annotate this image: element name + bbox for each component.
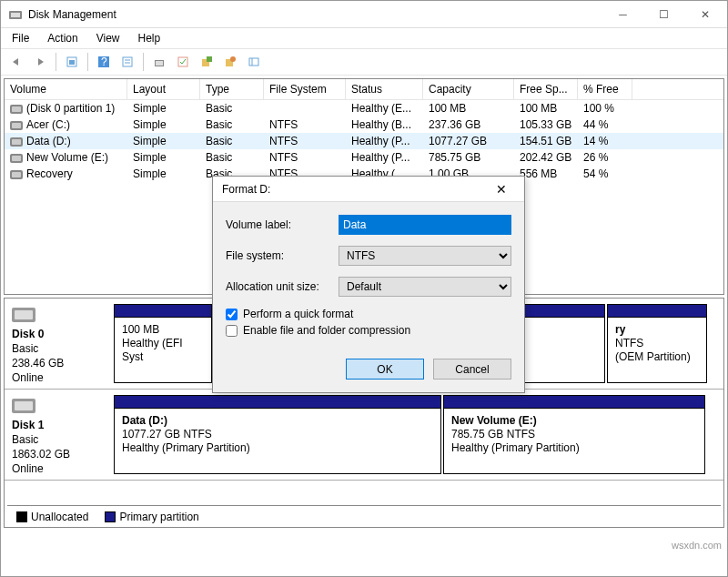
legend-primary-swatch xyxy=(105,511,116,522)
menubar: File Action View Help xyxy=(1,28,727,48)
menu-view[interactable]: View xyxy=(89,30,127,46)
action1-button[interactable] xyxy=(173,52,193,72)
compression-input[interactable] xyxy=(226,325,238,337)
svg-rect-16 xyxy=(249,58,258,66)
col-free[interactable]: Free Sp... xyxy=(514,79,578,99)
fs-select[interactable]: NTFS xyxy=(339,246,511,266)
menu-file[interactable]: File xyxy=(5,30,36,46)
quick-format-input[interactable] xyxy=(226,309,238,320)
watermark: wsxdn.com xyxy=(672,540,722,551)
close-button[interactable]: ✕ xyxy=(684,2,725,27)
refresh-button[interactable] xyxy=(149,52,169,72)
dialog-close-button[interactable]: ✕ xyxy=(488,178,515,200)
svg-rect-1 xyxy=(11,13,20,17)
cancel-button[interactable]: Cancel xyxy=(433,359,511,380)
minimize-button[interactable]: ─ xyxy=(602,2,643,27)
back-button[interactable] xyxy=(6,52,26,72)
partition[interactable]: 100 MBHealthy (EFI Syst xyxy=(114,304,212,383)
disk-icon xyxy=(12,399,35,413)
volume-row[interactable]: Data (D:)SimpleBasicNTFSHealthy (P...107… xyxy=(5,133,723,149)
format-dialog: Format D: ✕ Volume label: File system: N… xyxy=(212,176,525,393)
au-select[interactable]: Default xyxy=(339,277,511,297)
svg-rect-13 xyxy=(207,56,212,62)
legend: Unallocated Primary partition xyxy=(7,505,721,527)
svg-text:?: ? xyxy=(101,56,107,68)
app-icon xyxy=(8,7,23,22)
col-fs[interactable]: File System xyxy=(264,79,346,99)
volume-row[interactable]: Acer (C:)SimpleBasicNTFSHealthy (B...237… xyxy=(5,116,723,133)
dialog-title: Format D: xyxy=(222,183,488,196)
maximize-button[interactable]: ☐ xyxy=(643,2,684,27)
action4-button[interactable] xyxy=(244,52,264,72)
volume-label-input[interactable] xyxy=(339,215,511,235)
col-layout[interactable]: Layout xyxy=(127,79,200,99)
fs-label: File system: xyxy=(226,249,339,262)
action3-button[interactable] xyxy=(220,52,240,72)
column-headers: Volume Layout Type File System Status Ca… xyxy=(5,79,723,100)
up-button[interactable] xyxy=(62,52,82,72)
col-volume[interactable]: Volume xyxy=(5,79,127,99)
svg-rect-10 xyxy=(156,61,163,66)
svg-point-15 xyxy=(230,56,236,62)
compression-checkbox[interactable]: Enable file and folder compression xyxy=(226,324,511,337)
ok-button[interactable]: OK xyxy=(346,359,424,380)
action2-button[interactable] xyxy=(197,52,217,72)
menu-action[interactable]: Action xyxy=(40,30,85,46)
legend-primary: Primary partition xyxy=(119,511,198,523)
volume-row[interactable]: (Disk 0 partition 1)SimpleBasicHealthy (… xyxy=(5,100,723,116)
properties-button[interactable] xyxy=(117,52,137,72)
titlebar: Disk Management ─ ☐ ✕ xyxy=(1,1,727,28)
disk-row: Disk 1Basic1863.02 GBOnlineData (D:)1077… xyxy=(5,390,723,481)
col-pct[interactable]: % Free xyxy=(578,79,632,99)
help-button[interactable]: ? xyxy=(94,52,114,72)
menu-help[interactable]: Help xyxy=(131,30,168,46)
svg-rect-3 xyxy=(69,60,75,65)
dialog-titlebar: Format D: ✕ xyxy=(213,177,524,202)
partition[interactable]: Data (D:)1077.27 GB NTFSHealthy (Primary… xyxy=(114,395,441,474)
col-status[interactable]: Status xyxy=(346,79,423,99)
quick-format-checkbox[interactable]: Perform a quick format xyxy=(226,308,511,320)
legend-unallocated: Unallocated xyxy=(31,511,88,523)
svg-rect-6 xyxy=(123,57,132,66)
col-capacity[interactable]: Capacity xyxy=(423,79,514,99)
volume-label-label: Volume label: xyxy=(226,218,339,231)
partition[interactable]: New Volume (E:)785.75 GB NTFSHealthy (Pr… xyxy=(443,395,705,474)
col-type[interactable]: Type xyxy=(200,79,264,99)
partition[interactable]: ryNTFS(OEM Partition) xyxy=(607,304,707,383)
toolbar: ? xyxy=(1,48,727,76)
volume-row[interactable]: New Volume (E:)SimpleBasicNTFSHealthy (P… xyxy=(5,149,723,166)
au-label: Allocation unit size: xyxy=(226,280,339,293)
forward-button[interactable] xyxy=(30,52,50,72)
window-title: Disk Management xyxy=(28,8,602,21)
disk-icon xyxy=(12,308,35,322)
legend-unallocated-swatch xyxy=(16,511,27,522)
